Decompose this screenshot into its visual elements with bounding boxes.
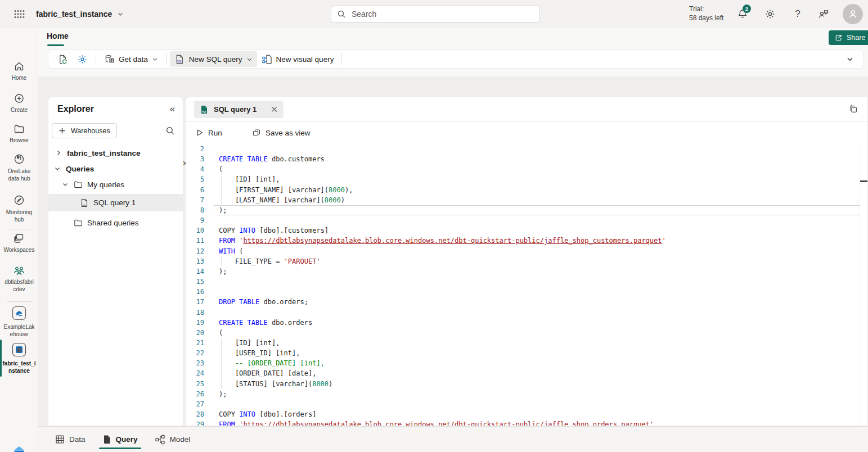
code-text: ( xyxy=(219,328,858,338)
close-tab-icon[interactable] xyxy=(271,106,278,113)
tree-item-sql-query-1[interactable]: SQLSQL query 1 xyxy=(48,194,183,211)
sidebar-item-label: Workspaces xyxy=(4,246,35,254)
save-as-view-button[interactable]: Save as view xyxy=(252,128,311,137)
tree-item-label: My queries xyxy=(87,180,124,189)
tab-home[interactable]: Home xyxy=(47,31,69,40)
code-line-9[interactable]: 9 xyxy=(186,215,867,225)
run-button[interactable]: Run xyxy=(196,129,222,137)
get-data-button[interactable]: Get data xyxy=(100,51,163,67)
view-tab-model[interactable]: Model xyxy=(154,427,192,452)
chevron-down-icon xyxy=(152,56,158,62)
code-line-29[interactable]: 29FROM 'https://dbtlabsynapsedatalake.bl… xyxy=(186,419,867,426)
sidebar-item-workspaces[interactable]: Workspaces xyxy=(0,233,38,254)
account-avatar[interactable] xyxy=(843,4,863,24)
query-tab-sql-query-1[interactable]: SQL SQL query 1 xyxy=(194,101,284,118)
new-visual-query-button[interactable]: New visual query xyxy=(257,51,339,67)
tree-item-my-queries[interactable]: My queries xyxy=(48,177,183,192)
sidebar-item-onelake-data-hub[interactable]: OneLake data hub xyxy=(0,153,38,182)
code-line-23[interactable]: 23 -- [ORDER_DATE] [int], xyxy=(186,358,867,368)
code-line-17[interactable]: 17DROP TABLE dbo.orders; xyxy=(186,297,867,307)
code-line-24[interactable]: 24 [ORDER_DATE] [date], xyxy=(186,368,867,378)
view-tab-label: Data xyxy=(69,435,86,444)
code-line-2[interactable]: 2 xyxy=(186,144,867,154)
share-button[interactable]: Share xyxy=(829,30,868,45)
line-number: 26 xyxy=(186,389,204,399)
code-line-12[interactable]: 12WITH ( xyxy=(186,246,867,256)
search-input[interactable] xyxy=(350,9,534,19)
code-line-21[interactable]: 21 [ID] [int], xyxy=(186,338,867,348)
tree-item-fabric-test-instance[interactable]: fabric_test_instance xyxy=(48,145,183,161)
new-sql-query-button[interactable]: SQL New SQL query xyxy=(170,51,257,67)
code-line-10[interactable]: 10COPY INTO [dbo].[customers] xyxy=(186,225,867,236)
code-line-4[interactable]: 4( xyxy=(186,164,867,174)
refresh-button[interactable] xyxy=(53,51,73,67)
chevron-down-icon[interactable] xyxy=(54,165,61,172)
settings-button[interactable] xyxy=(762,7,779,21)
explorer-search-icon[interactable] xyxy=(165,126,175,135)
plus-icon xyxy=(59,127,66,134)
sidebar-item-home[interactable]: Home xyxy=(0,61,38,82)
app-launcher-button[interactable] xyxy=(11,6,27,22)
sidebar-item-data-warehouse[interactable]: Data Warehouse xyxy=(0,445,38,452)
toolbar-collapse-chevron-icon[interactable] xyxy=(846,55,854,63)
sidebar-item-item-fabric-test-instance[interactable]: fabric_test_i nstance xyxy=(0,342,38,374)
sidebar-item-browse[interactable]: Browse xyxy=(0,123,38,144)
code-line-14[interactable]: 14); xyxy=(186,266,867,277)
sidebar-item-workspace-dbtlabsfabricdev[interactable]: dbtlabsfabri cdev xyxy=(0,265,38,293)
code-line-6[interactable]: 6 [FIRST_NAME] [varchar](8000), xyxy=(186,185,867,195)
help-button[interactable]: ? xyxy=(789,7,806,21)
tree-item-queries[interactable]: Queries xyxy=(48,161,183,177)
editor-overview-ruler[interactable] xyxy=(860,144,860,426)
copy-icon[interactable] xyxy=(848,104,858,114)
collapse-panel-icon[interactable]: « xyxy=(170,103,175,115)
code-line-28[interactable]: 28COPY INTO [dbo].[orders] xyxy=(186,409,867,419)
line-number: 18 xyxy=(186,308,204,318)
overview-ruler-cursor-mark xyxy=(860,180,867,182)
code-line-16[interactable]: 16 xyxy=(186,287,867,297)
sidebar-item-monitoring-hub[interactable]: Monitoring hub xyxy=(0,194,38,223)
workspace-switcher[interactable]: fabric_test_instance xyxy=(36,7,124,21)
view-tab-query[interactable]: Query xyxy=(101,427,139,452)
code-line-3[interactable]: 3CREATE TABLE dbo.customers xyxy=(186,154,867,164)
code-line-18[interactable]: 18 xyxy=(186,308,867,318)
code-line-15[interactable]: 15 xyxy=(186,277,867,287)
line-number: 10 xyxy=(186,225,204,236)
trial-days-left: 58 days left xyxy=(689,13,723,22)
lakehouse-icon xyxy=(11,305,27,321)
new-sql-query-label: New SQL query xyxy=(189,55,242,64)
get-data-label: Get data xyxy=(119,55,148,64)
code-line-26[interactable]: 26); xyxy=(186,389,867,399)
feedback-button[interactable] xyxy=(815,7,832,21)
code-text: CREATE TABLE dbo.customers xyxy=(219,154,858,164)
global-search[interactable] xyxy=(331,6,540,22)
view-tab-label: Query xyxy=(116,435,138,444)
warehouses-label: Warehouses xyxy=(71,127,110,135)
code-text: [ID] [int], xyxy=(219,174,858,184)
code-line-5[interactable]: 5 [ID] [int], xyxy=(186,174,867,184)
code-line-27[interactable]: 27 xyxy=(186,399,867,409)
code-line-22[interactable]: 22 [USER_ID] [int], xyxy=(186,348,867,358)
code-line-19[interactable]: 19CREATE TABLE dbo.orders xyxy=(186,318,867,328)
chevron-down-icon[interactable] xyxy=(62,181,69,188)
feedback-icon xyxy=(817,8,830,20)
sql-code-editor[interactable]: 23CREATE TABLE dbo.customers4(5 [ID] [in… xyxy=(186,144,867,426)
trial-status: Trial: 58 days left xyxy=(689,4,723,22)
code-text: [USER_ID] [int], xyxy=(219,348,858,358)
chevron-right-icon[interactable] xyxy=(55,150,62,156)
code-line-7[interactable]: 7 [LAST_NAME] [varchar](8000) xyxy=(186,195,867,205)
code-line-13[interactable]: 13 FILE_TYPE = 'PARQUET' xyxy=(186,256,867,266)
query-settings-button[interactable] xyxy=(73,51,92,67)
add-warehouses-button[interactable]: Warehouses xyxy=(52,123,117,138)
code-line-11[interactable]: 11FROM 'https://dbtlabsynapsedatalake.bl… xyxy=(186,236,867,246)
view-tab-data[interactable]: Data xyxy=(54,427,87,452)
sidebar-item-create[interactable]: Create xyxy=(0,93,38,114)
code-line-20[interactable]: 20( xyxy=(186,328,867,338)
code-text: FILE_TYPE = 'PARQUET' xyxy=(219,256,858,266)
code-line-25[interactable]: 25 [STATUS] [varchar](8000) xyxy=(186,379,867,389)
sidebar-item-item-examplelakehouse[interactable]: ExampleLak ehouse xyxy=(0,305,38,338)
code-text: FROM 'https://dbtlabsynapsedatalake.blob… xyxy=(219,419,858,426)
notifications-button[interactable]: 2 xyxy=(734,7,751,21)
home-icon xyxy=(14,61,25,72)
tree-item-shared-queries[interactable]: Shared queries xyxy=(48,215,183,230)
code-line-8[interactable]: 8); xyxy=(186,205,867,215)
